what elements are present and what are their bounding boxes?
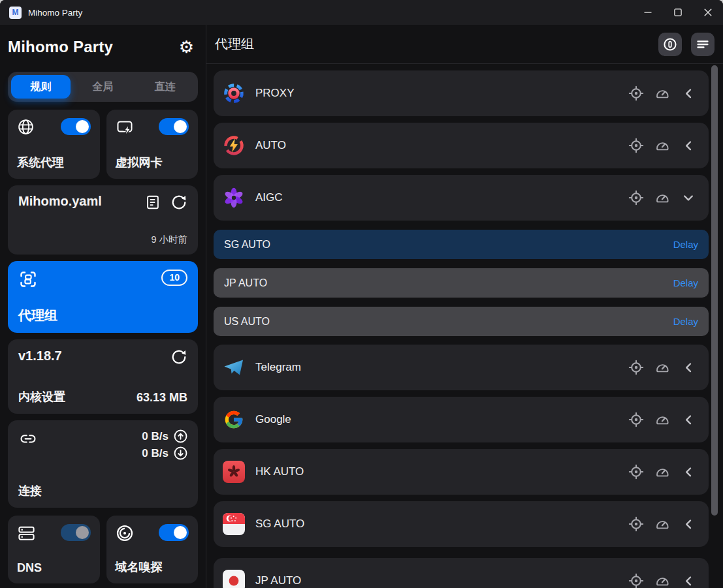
virtual-nic-card[interactable]: 虚拟网卡 bbox=[106, 110, 199, 179]
upload-speed: 0 B/s bbox=[142, 430, 169, 443]
toggle-knob bbox=[174, 526, 187, 539]
expand-chevron-button[interactable] bbox=[677, 461, 699, 483]
proxy-group-name: SG AUTO bbox=[255, 518, 625, 531]
expand-chevron-button[interactable] bbox=[677, 134, 699, 157]
proxy-group-row-auto[interactable]: AUTO bbox=[214, 123, 709, 168]
collapse-chevron-button[interactable] bbox=[677, 187, 699, 209]
delay-test-button[interactable] bbox=[651, 82, 673, 104]
core-settings-label: 内核设置 bbox=[18, 389, 65, 405]
minimize-icon bbox=[644, 8, 652, 16]
globe-icon bbox=[17, 118, 35, 136]
update-profile-button[interactable] bbox=[170, 194, 187, 211]
locate-proxy-button[interactable] bbox=[625, 513, 647, 535]
circle-arrow-up-icon bbox=[174, 429, 187, 443]
sidebar-header: Mihomo Party ⚙ bbox=[8, 34, 198, 60]
crosshair-icon bbox=[628, 85, 644, 101]
proxy-group-count-badge: 10 bbox=[161, 270, 187, 286]
delay-test-button[interactable] bbox=[651, 187, 673, 209]
locate-proxy-button[interactable] bbox=[625, 82, 647, 104]
delay-test-button[interactable] bbox=[651, 356, 673, 379]
proxy-group-row-proxy[interactable]: PROXY bbox=[214, 70, 709, 116]
proxy-group-name: Telegram bbox=[255, 361, 625, 374]
delay-test-button[interactable] bbox=[651, 570, 673, 588]
expand-chevron-button[interactable] bbox=[677, 513, 699, 535]
profile-card[interactable]: Mihomo.yaml bbox=[8, 185, 198, 255]
proxy-group-row-aigc[interactable]: AIGC bbox=[214, 175, 709, 221]
delay-value-button[interactable]: Delay bbox=[673, 316, 698, 327]
close-icon bbox=[704, 8, 712, 16]
proxy-item-name: SG AUTO bbox=[224, 239, 270, 251]
core-settings-card[interactable]: v1.18.7 内核设置 63.13 MB bbox=[8, 339, 198, 414]
circled-pill-icon bbox=[663, 37, 677, 52]
page-title: 代理组 bbox=[215, 35, 254, 53]
crosshair-icon bbox=[628, 573, 644, 588]
delay-test-button[interactable] bbox=[651, 409, 673, 431]
tab-global-mode[interactable]: 全局 bbox=[73, 75, 133, 99]
sidebar-item-proxy-groups[interactable]: 10 代理组 bbox=[8, 261, 198, 333]
proxy-group-row-telegram[interactable]: Telegram bbox=[214, 345, 709, 390]
tab-rule-mode[interactable]: 规则 bbox=[11, 75, 71, 99]
proxy-group-name: HK AUTO bbox=[255, 465, 625, 478]
locate-proxy-button[interactable] bbox=[625, 187, 647, 209]
maximize-icon bbox=[674, 8, 682, 16]
google-icon bbox=[223, 409, 245, 431]
expand-chevron-button[interactable] bbox=[677, 82, 699, 104]
restart-core-button[interactable] bbox=[170, 348, 187, 365]
close-button[interactable] bbox=[693, 0, 723, 25]
proxy-item-jp-auto[interactable]: JP AUTO Delay bbox=[214, 268, 709, 298]
vertical-scrollbar[interactable] bbox=[711, 65, 718, 516]
delay-value-button[interactable]: Delay bbox=[673, 239, 698, 250]
core-version: v1.18.7 bbox=[18, 348, 62, 364]
openai-icon bbox=[223, 187, 245, 209]
proxy-group-row-sg-auto[interactable]: SG AUTO bbox=[214, 501, 709, 547]
minimize-button[interactable] bbox=[633, 0, 663, 25]
delay-test-button[interactable] bbox=[651, 461, 673, 483]
proxy-group-row-google[interactable]: Google bbox=[214, 397, 709, 442]
locate-proxy-button[interactable] bbox=[625, 461, 647, 483]
delay-test-button[interactable] bbox=[651, 513, 673, 535]
expand-chevron-button[interactable] bbox=[677, 409, 699, 431]
singapore-flag-icon bbox=[223, 513, 245, 535]
edit-profile-button[interactable] bbox=[144, 194, 161, 211]
system-proxy-toggle[interactable] bbox=[61, 118, 91, 135]
tab-direct-mode[interactable]: 直连 bbox=[135, 75, 195, 99]
settings-button[interactable]: ⚙ bbox=[175, 39, 198, 55]
connections-label: 连接 bbox=[18, 483, 187, 499]
expand-chevron-button[interactable] bbox=[677, 356, 699, 379]
pause-delay-test-button[interactable] bbox=[658, 33, 682, 56]
circle-arrow-down-icon bbox=[174, 446, 187, 460]
crosshair-icon bbox=[628, 138, 644, 153]
app-window: M Mihomo Party Mihomo Party ⚙ 规则 全局 bbox=[0, 0, 723, 588]
proxy-groups-label: 代理组 bbox=[18, 307, 187, 324]
proxy-group-row-jp-auto[interactable]: JP AUTO bbox=[214, 558, 709, 588]
proxy-item-name: US AUTO bbox=[224, 316, 270, 328]
delay-test-button[interactable] bbox=[651, 134, 673, 157]
sort-button[interactable] bbox=[691, 33, 715, 56]
app-logo-icon: M bbox=[9, 7, 22, 19]
delay-value-button[interactable]: Delay bbox=[673, 277, 698, 288]
proxy-item-sg-auto[interactable]: SG AUTO Delay bbox=[214, 230, 709, 259]
dns-card[interactable]: DNS bbox=[8, 516, 100, 583]
system-proxy-card[interactable]: 系统代理 bbox=[8, 110, 100, 179]
connections-card[interactable]: 0 B/s 0 B/s 连接 bbox=[8, 420, 198, 508]
toggle-knob bbox=[174, 120, 187, 133]
locate-proxy-button[interactable] bbox=[625, 570, 647, 588]
crosshair-icon bbox=[628, 464, 644, 480]
app-title: Mihomo Party bbox=[8, 38, 113, 56]
locate-proxy-button[interactable] bbox=[625, 134, 647, 157]
speedometer-icon bbox=[654, 412, 670, 427]
locate-proxy-button[interactable] bbox=[625, 356, 647, 379]
hong-kong-flag-icon bbox=[223, 461, 245, 483]
virtual-nic-toggle[interactable] bbox=[159, 118, 189, 135]
sniffing-toggle[interactable] bbox=[159, 524, 189, 541]
sniffing-card[interactable]: 域名嗅探 bbox=[106, 516, 199, 583]
refresh-icon bbox=[170, 194, 187, 211]
proxy-item-us-auto[interactable]: US AUTO Delay bbox=[214, 307, 709, 336]
maximize-button[interactable] bbox=[663, 0, 693, 25]
dns-toggle[interactable] bbox=[61, 524, 91, 541]
system-proxy-label: 系统代理 bbox=[17, 155, 91, 170]
expand-chevron-button[interactable] bbox=[677, 570, 699, 588]
proxy-group-row-hk-auto[interactable]: HK AUTO bbox=[214, 449, 709, 495]
locate-proxy-button[interactable] bbox=[625, 409, 647, 431]
chevron-left-icon bbox=[681, 573, 696, 588]
